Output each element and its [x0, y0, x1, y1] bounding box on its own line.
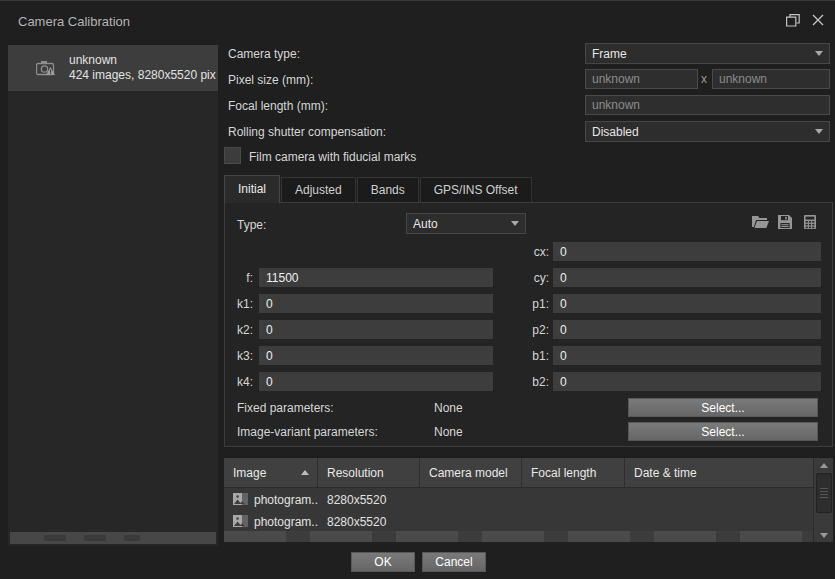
photo-focal-length	[522, 511, 625, 533]
rolling-shutter-select[interactable]: Disabled	[585, 121, 830, 142]
image-variant-parameters-value: None	[434, 425, 463, 439]
scroll-down-button[interactable]	[814, 528, 834, 542]
sort-ascending-icon	[301, 470, 309, 475]
column-header-date-time[interactable]: Date & time	[625, 458, 813, 487]
param-input-p1[interactable]	[553, 294, 821, 313]
initial-tab-pane: Type: Auto cx: f: cy: k1: p1: k2: p2:	[224, 202, 833, 447]
camera-type-select[interactable]: Frame	[585, 43, 830, 64]
photo-thumbnail-icon	[233, 493, 248, 508]
param-input-p2[interactable]	[553, 320, 821, 339]
camera-type-label: Camera type:	[228, 47, 300, 61]
restore-icon	[786, 14, 800, 30]
photo-row[interactable]: photogram... 8280x5520	[224, 511, 813, 533]
restore-button[interactable]	[785, 14, 801, 29]
tab-gps-ins-offset[interactable]: GPS/INS Offset	[420, 177, 532, 203]
open-folder-icon	[752, 215, 769, 231]
param-input-b2[interactable]	[553, 372, 821, 391]
focal-length-input[interactable]	[585, 95, 830, 115]
photo-name: photogram...	[254, 515, 318, 529]
photo-thumbnail-icon	[233, 515, 248, 530]
tab-bands[interactable]: Bands	[357, 177, 419, 203]
table-vertical-scrollbar[interactable]	[813, 458, 833, 542]
pixel-size-separator: x	[701, 72, 707, 86]
param-input-k3[interactable]	[259, 346, 493, 365]
scrollbar-grip	[44, 535, 140, 541]
calculator-icon	[804, 215, 816, 232]
fixed-parameters-select-button[interactable]: Select...	[628, 398, 818, 417]
close-button[interactable]	[810, 14, 826, 29]
param-label-p2: p2:	[523, 323, 549, 337]
param-input-f[interactable]	[259, 268, 493, 287]
column-header-image-label: Image	[233, 466, 266, 480]
param-label-k3: k3:	[227, 349, 253, 363]
column-header-resolution-label: Resolution	[327, 466, 384, 480]
calibration-toolbar	[751, 214, 819, 232]
scroll-up-button[interactable]	[814, 458, 834, 472]
photos-table-header: Image Resolution Camera model Focal leng…	[224, 458, 813, 488]
photo-camera-model	[420, 511, 522, 533]
ok-button[interactable]: OK	[351, 552, 415, 572]
param-label-k1: k1:	[227, 297, 253, 311]
chevron-down-icon	[815, 129, 823, 134]
film-camera-checkbox[interactable]	[224, 147, 241, 164]
chevron-down-icon	[815, 51, 823, 56]
image-variant-parameters-label: Image-variant parameters:	[237, 425, 378, 439]
save-icon	[778, 215, 792, 232]
tab-initial[interactable]: Initial	[224, 175, 280, 203]
photo-row-partial[interactable]	[224, 531, 813, 542]
close-icon	[812, 14, 824, 29]
param-label-b1: b1:	[523, 349, 549, 363]
titlebar: Camera Calibration	[0, 1, 835, 41]
column-header-date-time-label: Date & time	[634, 466, 697, 480]
column-header-camera-model[interactable]: Camera model	[420, 458, 522, 487]
rolling-shutter-value: Disabled	[592, 125, 815, 139]
camera-group-name: unknown	[69, 53, 216, 68]
camera-groups-sidebar: unknown 424 images, 8280x5520 pix	[8, 45, 218, 546]
param-input-k4[interactable]	[259, 372, 493, 391]
photos-table: Image Resolution Camera model Focal leng…	[224, 457, 833, 542]
scrollbar-thumb[interactable]	[816, 473, 832, 513]
pixel-size-width-input[interactable]	[585, 69, 698, 89]
column-header-focal-length[interactable]: Focal length	[522, 458, 625, 487]
camera-warning-icon	[36, 60, 56, 76]
image-variant-parameters-select-button[interactable]: Select...	[628, 422, 818, 441]
column-header-resolution[interactable]: Resolution	[318, 458, 420, 487]
save-calibration-button[interactable]	[776, 214, 794, 232]
photo-name: photogram...	[254, 493, 318, 507]
calibration-type-select[interactable]: Auto	[406, 213, 526, 234]
param-label-p1: p1:	[523, 297, 549, 311]
param-input-cx[interactable]	[553, 242, 821, 261]
column-header-image[interactable]: Image	[224, 458, 318, 487]
arrow-down-icon	[820, 533, 828, 538]
camera-group-info: 424 images, 8280x5520 pix	[69, 68, 216, 83]
camera-type-value: Frame	[592, 47, 815, 61]
param-label-k4: k4:	[227, 375, 253, 389]
pixel-size-height-input[interactable]	[712, 69, 830, 89]
chevron-down-icon	[511, 221, 519, 226]
photo-resolution: 8280x5520	[318, 511, 420, 533]
param-input-k2[interactable]	[259, 320, 493, 339]
type-label: Type:	[237, 218, 266, 232]
column-header-focal-length-label: Focal length	[531, 466, 596, 480]
calibration-tabbar: Initial Adjusted Bands GPS/INS Offset	[224, 175, 533, 203]
param-input-b1[interactable]	[553, 346, 821, 365]
photo-row[interactable]: photogram... 8280x5520	[224, 489, 813, 511]
fixed-parameters-value: None	[434, 401, 463, 415]
cancel-button[interactable]: Cancel	[422, 552, 486, 572]
rolling-shutter-label: Rolling shutter compensation:	[228, 125, 386, 139]
arrow-up-icon	[820, 463, 828, 468]
param-input-k1[interactable]	[259, 294, 493, 313]
param-label-k2: k2:	[227, 323, 253, 337]
load-calibration-button[interactable]	[751, 214, 769, 232]
sidebar-hscroll-thumb[interactable]	[10, 532, 216, 544]
sidebar-horizontal-scrollbar[interactable]	[10, 532, 216, 544]
param-label-f: f:	[227, 271, 253, 285]
camera-calibration-dialog: { "window": { "title": "Camera Calibrati…	[0, 0, 835, 579]
param-label-cx: cx:	[523, 245, 549, 259]
pixel-size-label: Pixel size (mm):	[228, 73, 313, 87]
camera-group-item[interactable]: unknown 424 images, 8280x5520 pix	[8, 45, 218, 91]
param-input-cy[interactable]	[553, 268, 821, 287]
photo-focal-length	[522, 489, 625, 511]
tab-adjusted[interactable]: Adjusted	[281, 177, 356, 203]
calculator-button[interactable]	[801, 214, 819, 232]
